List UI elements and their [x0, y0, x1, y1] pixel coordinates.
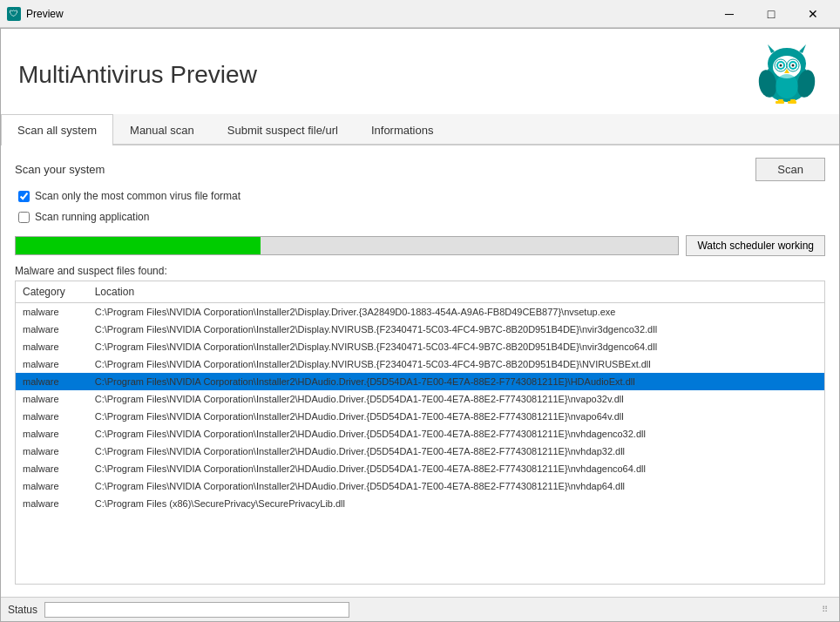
cell-location: C:\Program Files\NVIDIA Corporation\Inst… — [88, 355, 824, 373]
title-bar: 🛡 Preview ─ □ ✕ — [0, 0, 840, 28]
cell-location: C:\Program Files\NVIDIA Corporation\Inst… — [88, 321, 824, 338]
checkbox-running-app-label: Scan running application — [35, 211, 149, 223]
cell-category: malware — [16, 408, 88, 425]
table-row[interactable]: malwareC:\Program Files\NVIDIA Corporati… — [16, 373, 824, 390]
table-header-row: Category Location — [16, 281, 824, 303]
cell-location: C:\Program Files\NVIDIA Corporation\Inst… — [88, 477, 824, 495]
cell-category: malware — [16, 443, 88, 460]
column-header-category: Category — [16, 281, 88, 303]
window-controls: ─ □ ✕ — [709, 0, 833, 28]
main-content: Scan your system Scan Scan only the most… — [1, 145, 839, 597]
tab-scan-all-system[interactable]: Scan all system — [1, 114, 113, 145]
tab-informations[interactable]: Informations — [355, 114, 450, 145]
malware-section-label: Malware and suspect files found: — [15, 265, 825, 277]
cell-category: malware — [16, 425, 88, 443]
svg-rect-20 — [788, 101, 791, 104]
status-field — [44, 602, 349, 618]
cell-category: malware — [16, 495, 88, 512]
svg-marker-3 — [799, 44, 806, 53]
svg-rect-21 — [793, 101, 796, 104]
status-bar: Status ⠿ — [1, 597, 839, 621]
app-title: MultiAntivirus Preview — [18, 61, 257, 89]
resize-handle: ⠿ — [822, 605, 832, 615]
table-row[interactable]: malwareC:\Program Files\NVIDIA Corporati… — [16, 321, 824, 338]
cell-location: C:\Program Files\NVIDIA Corporation\Inst… — [88, 460, 824, 477]
checkbox-row-running-app: Scan running application — [18, 211, 825, 223]
svg-rect-19 — [781, 101, 784, 104]
table-row[interactable]: malwareC:\Program Files\NVIDIA Corporati… — [16, 408, 824, 425]
svg-point-22 — [776, 74, 798, 98]
tab-manual-scan[interactable]: Manual scan — [113, 114, 211, 145]
table-row[interactable]: malwareC:\Program Files\NVIDIA Corporati… — [16, 303, 824, 321]
checkbox-row-common-format: Scan only the most common virus file for… — [18, 190, 825, 202]
app-header: MultiAntivirus Preview — [1, 29, 839, 114]
maximize-button[interactable]: □ — [751, 0, 791, 28]
minimize-button[interactable]: ─ — [709, 0, 749, 28]
cell-location: C:\Program Files\NVIDIA Corporation\Inst… — [88, 443, 824, 460]
owl-logo — [752, 44, 822, 105]
checkbox-running-app[interactable] — [18, 212, 30, 223]
watch-scheduler-button[interactable]: Watch scheduler working — [686, 235, 825, 256]
cell-category: malware — [16, 477, 88, 495]
cell-category: malware — [16, 321, 88, 338]
table-row[interactable]: malwareC:\Program Files\NVIDIA Corporati… — [16, 443, 824, 460]
table-row[interactable]: malwareC:\Program Files\NVIDIA Corporati… — [16, 338, 824, 355]
cell-location: C:\Program Files\NVIDIA Corporation\Inst… — [88, 408, 824, 425]
table-row[interactable]: malwareC:\Program Files\NVIDIA Corporati… — [16, 477, 824, 495]
tab-submit-suspect[interactable]: Submit suspect file/url — [211, 114, 355, 145]
app-window: MultiAntivirus Preview — [0, 28, 840, 622]
progress-bar-container — [15, 236, 679, 255]
cell-category: malware — [16, 338, 88, 355]
malware-section: Malware and suspect files found: Categor… — [15, 265, 825, 585]
svg-rect-18 — [776, 101, 779, 104]
column-header-location: Location — [88, 281, 824, 303]
title-bar-title: Preview — [26, 8, 709, 20]
status-label: Status — [8, 604, 37, 616]
cell-location: C:\Program Files\NVIDIA Corporation\Inst… — [88, 303, 824, 321]
cell-location: C:\Program Files\NVIDIA Corporation\Inst… — [88, 373, 824, 390]
progress-row: Watch scheduler working — [15, 235, 825, 256]
scan-button[interactable]: Scan — [755, 158, 825, 181]
svg-point-12 — [792, 64, 795, 67]
cell-location: C:\Program Files (x86)\SecurePrivacy\Sec… — [88, 495, 824, 512]
svg-point-8 — [780, 64, 782, 67]
cell-location: C:\Program Files\NVIDIA Corporation\Inst… — [88, 425, 824, 443]
close-button[interactable]: ✕ — [793, 0, 833, 28]
cell-category: malware — [16, 373, 88, 390]
progress-bar-fill — [16, 237, 261, 254]
malware-table-container[interactable]: Category Location malwareC:\Program File… — [15, 281, 825, 585]
cell-category: malware — [16, 390, 88, 408]
scan-header-label: Scan your system — [15, 163, 105, 176]
table-row[interactable]: malwareC:\Program Files (x86)\SecurePriv… — [16, 495, 824, 512]
cell-category: malware — [16, 460, 88, 477]
app-icon: 🛡 — [7, 7, 21, 21]
table-row[interactable]: malwareC:\Program Files\NVIDIA Corporati… — [16, 425, 824, 443]
cell-category: malware — [16, 303, 88, 321]
table-row[interactable]: malwareC:\Program Files\NVIDIA Corporati… — [16, 460, 824, 477]
table-row[interactable]: malwareC:\Program Files\NVIDIA Corporati… — [16, 390, 824, 408]
table-row[interactable]: malwareC:\Program Files\NVIDIA Corporati… — [16, 355, 824, 373]
checkbox-common-format-label: Scan only the most common virus file for… — [35, 190, 240, 202]
tab-bar: Scan all system Manual scan Submit suspe… — [1, 114, 839, 145]
svg-marker-2 — [768, 44, 775, 53]
cell-category: malware — [16, 355, 88, 373]
checkbox-common-format[interactable] — [18, 191, 30, 202]
cell-location: C:\Program Files\NVIDIA Corporation\Inst… — [88, 390, 824, 408]
cell-location: C:\Program Files\NVIDIA Corporation\Inst… — [88, 338, 824, 355]
scan-header-row: Scan your system Scan — [15, 158, 825, 181]
malware-table: Category Location malwareC:\Program File… — [16, 281, 824, 512]
